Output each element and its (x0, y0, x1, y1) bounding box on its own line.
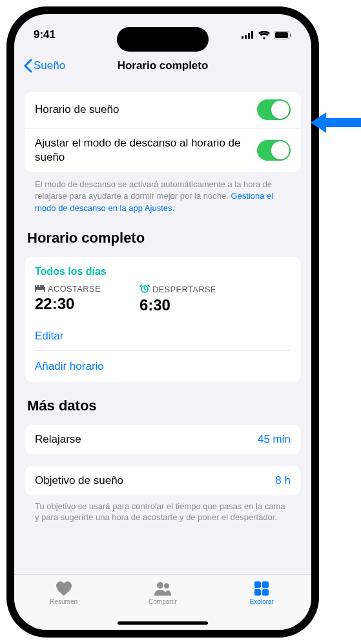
svg-point-10 (37, 285, 39, 287)
svg-rect-18 (262, 581, 269, 588)
tab-browse-label: Explorar (250, 598, 274, 605)
svg-rect-20 (262, 589, 269, 596)
wake-block: DESPERTARSE 6:30 (139, 284, 216, 314)
bedtime-value: 22:30 (35, 295, 101, 313)
schedule-days: Todos los días (35, 266, 291, 277)
schedule-card: Todos los días ACOSTARSE 22:30 (25, 257, 301, 382)
svg-rect-2 (248, 33, 250, 39)
home-indicator[interactable] (118, 621, 208, 625)
winddown-label: Ajustar el modo de descanso al horario d… (35, 136, 249, 165)
svg-rect-7 (35, 287, 45, 290)
winddown-duration-row[interactable]: Relajarse 45 min (25, 425, 301, 454)
tab-bar: Resumen Compartir Explorar (14, 574, 311, 630)
svg-rect-5 (275, 32, 288, 38)
svg-rect-3 (251, 31, 253, 39)
people-icon (154, 580, 172, 597)
wifi-icon (258, 31, 270, 39)
svg-point-15 (157, 582, 163, 589)
sleep-goal-card: Objetivo de sueño 8 h (25, 466, 301, 496)
back-label: Sueño (34, 59, 65, 72)
winddown-toggle[interactable] (257, 140, 291, 161)
wake-label: DESPERTARSE (152, 285, 216, 294)
heart-icon (55, 580, 73, 597)
content-scroll[interactable]: Horario de sueño Ajustar el modo de desc… (14, 81, 311, 574)
svg-point-14 (148, 288, 149, 290)
svg-rect-19 (254, 589, 261, 596)
svg-point-13 (140, 288, 141, 290)
back-button[interactable]: Sueño (23, 59, 65, 73)
sleep-goal-footer: Tu objetivo se usará para controlar el t… (25, 496, 301, 523)
sleep-goal-row[interactable]: Objetivo de sueño 8 h (25, 466, 301, 496)
cellular-icon (242, 31, 254, 39)
alarm-icon (139, 284, 150, 295)
battery-icon (274, 31, 292, 39)
sleep-goal-value: 8 h (275, 474, 291, 487)
tab-summary[interactable]: Resumen (28, 580, 99, 630)
svg-rect-9 (44, 287, 45, 292)
winddown-duration-label: Relajarse (35, 432, 250, 447)
add-schedule-button[interactable]: Añadir horario (35, 350, 291, 382)
svg-rect-0 (242, 36, 243, 39)
edit-schedule-button[interactable]: Editar (35, 322, 291, 350)
status-time: 9:41 (34, 28, 56, 41)
bedtime-label: ACOSTARSE (48, 284, 101, 294)
bedtime-block: ACOSTARSE 22:30 (35, 284, 101, 314)
svg-rect-1 (245, 35, 247, 39)
svg-point-16 (164, 583, 169, 589)
toggles-card: Horario de sueño Ajustar el modo de desc… (25, 92, 301, 172)
tab-sharing-label: Compartir (149, 598, 177, 605)
grid-icon (253, 580, 271, 597)
winddown-row: Ajustar el modo de descanso al horario d… (25, 128, 301, 172)
tab-summary-label: Resumen (50, 598, 77, 605)
svg-rect-17 (254, 581, 261, 588)
winddown-card: Relajarse 45 min (25, 425, 301, 454)
sleep-schedule-label: Horario de sueño (35, 103, 249, 117)
svg-rect-6 (290, 34, 291, 37)
sleep-schedule-toggle[interactable] (257, 99, 291, 120)
dynamic-island (117, 27, 209, 52)
svg-rect-8 (35, 285, 36, 292)
navigation-bar: Sueño Horario completo (14, 50, 311, 81)
winddown-duration-value: 45 min (258, 433, 291, 446)
winddown-footer: El modo de descanso se activará automáti… (25, 172, 301, 214)
bed-icon (35, 284, 45, 294)
full-schedule-title: Horario completo (27, 230, 301, 247)
tab-browse[interactable]: Explorar (226, 580, 297, 630)
more-data-title: Más datos (27, 397, 301, 414)
sleep-goal-label: Objetivo de sueño (35, 474, 267, 488)
wake-value: 6:30 (139, 296, 216, 314)
svg-rect-11 (40, 285, 44, 287)
chevron-left-icon (23, 59, 32, 73)
callout-arrow (311, 110, 361, 136)
sleep-schedule-row: Horario de sueño (25, 92, 301, 128)
